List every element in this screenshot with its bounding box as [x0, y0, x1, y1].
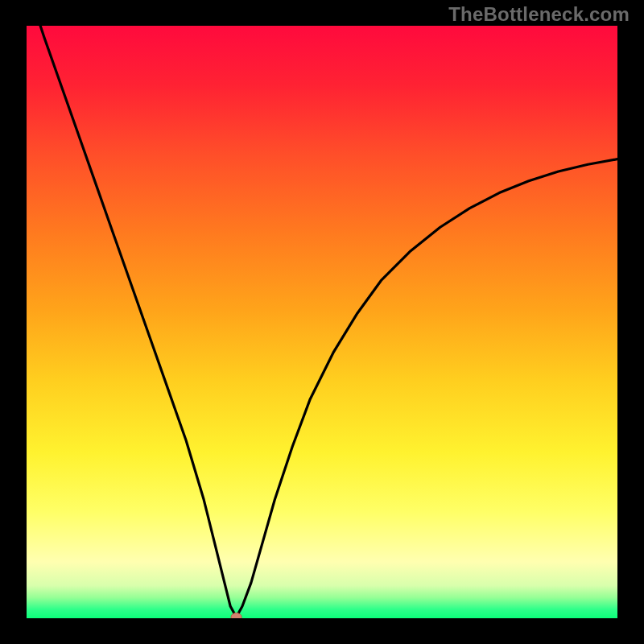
bottleneck-chart [0, 0, 644, 644]
chart-frame: { "watermark": "TheBottleneck.com", "col… [0, 0, 644, 644]
minimum-marker [231, 613, 242, 621]
plot-background [27, 26, 617, 618]
